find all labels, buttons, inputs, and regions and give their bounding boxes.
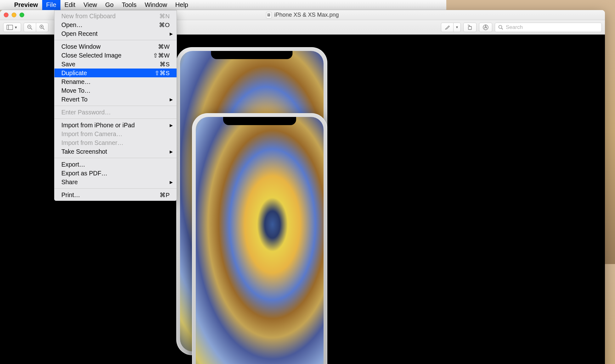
document-icon: 🖼 (266, 12, 272, 18)
traffic-lights (4, 13, 24, 17)
menu-item-label: Save (61, 61, 75, 68)
menubar-item-go[interactable]: Go (101, 0, 118, 10)
menu-item-share[interactable]: Share▶ (54, 178, 177, 186)
menu-item-label: New from Clipboard (61, 13, 116, 20)
markup-group: ▼ (441, 23, 446, 32)
zoom-group (24, 23, 48, 32)
menu-item-label: Enter Password… (61, 109, 111, 116)
menu-item-label: Print… (61, 191, 80, 199)
menu-item-move-to[interactable]: Move To… (54, 86, 177, 95)
sidebar-icon (7, 25, 13, 30)
submenu-arrow-icon: ▶ (170, 149, 173, 154)
menubar: Preview FileEditViewGoToolsWindowHelp (0, 0, 446, 10)
menubar-item-file[interactable]: File (42, 0, 60, 10)
menu-separator (54, 158, 177, 158)
menu-item-shortcut: ⇧⌘S (155, 69, 170, 77)
menu-separator (54, 119, 177, 119)
zoom-in-icon (39, 25, 45, 30)
menubar-item-view[interactable]: View (79, 0, 101, 10)
menu-item-new-from-clipboard: New from Clipboard⌘N (54, 12, 177, 20)
menu-item-label: Revert To (61, 96, 87, 103)
menu-item-label: Share (61, 179, 78, 186)
menubar-item-help[interactable]: Help (171, 0, 192, 10)
menu-separator (54, 40, 177, 40)
menu-item-shortcut: ⌘W (158, 43, 170, 50)
menu-item-enter-password: Enter Password… (54, 108, 177, 117)
menu-item-print[interactable]: Print…⌘P (54, 190, 177, 199)
menu-item-close-selected-image[interactable]: Close Selected Image⇧⌘W (54, 51, 177, 60)
menu-item-label: Import from Scanner… (61, 139, 123, 146)
menu-item-label: Export… (61, 161, 85, 168)
menu-item-close-window[interactable]: Close Window⌘W (54, 42, 177, 51)
menubar-item-tools[interactable]: Tools (118, 0, 141, 10)
menu-item-label: Export as PDF… (61, 170, 107, 177)
menu-item-import-from-camera: Import from Camera… (54, 130, 177, 138)
menu-item-save[interactable]: Save⌘S (54, 60, 177, 69)
highlight-icon (444, 25, 446, 30)
document-title[interactable]: 🖼 iPhone XS & XS Max.png (266, 12, 339, 18)
maximize-button[interactable] (20, 13, 24, 17)
menu-item-export-as-pdf[interactable]: Export as PDF… (54, 169, 177, 178)
minimize-button[interactable] (12, 13, 16, 17)
phone-render-small (192, 113, 327, 264)
menu-item-shortcut: ⌘N (159, 13, 170, 20)
menu-item-label: Open… (61, 21, 82, 29)
menubar-item-edit[interactable]: Edit (60, 0, 79, 10)
submenu-arrow-icon: ▶ (170, 31, 173, 36)
menu-separator (54, 106, 177, 106)
menubar-item-window[interactable]: Window (141, 0, 171, 10)
svg-line-6 (43, 28, 44, 30)
zoom-out-icon (27, 25, 33, 30)
menu-item-revert-to[interactable]: Revert To▶ (54, 95, 177, 104)
menu-item-rename[interactable]: Rename… (54, 77, 177, 86)
document-title-text: iPhone XS & XS Max.png (274, 12, 339, 18)
menubar-app-name[interactable]: Preview (10, 0, 42, 10)
menu-item-label: Close Window (61, 43, 101, 50)
menu-item-open[interactable]: Open…⌘O (54, 20, 177, 29)
menu-item-export[interactable]: Export… (54, 160, 177, 169)
close-button[interactable] (4, 13, 8, 17)
menu-item-shortcut: ⌘O (159, 21, 170, 29)
menu-item-label: Close Selected Image (61, 52, 121, 59)
menu-item-take-screenshot[interactable]: Take Screenshot▶ (54, 147, 177, 156)
zoom-in-button[interactable] (36, 23, 48, 32)
menu-item-shortcut: ⇧⌘W (153, 52, 170, 59)
menu-item-label: Rename… (61, 78, 91, 85)
menu-item-label: Duplicate (61, 69, 87, 77)
menu-item-import-from-iphone-or-ipad[interactable]: Import from iPhone or iPad▶ (54, 121, 177, 130)
menu-separator (54, 188, 177, 189)
submenu-arrow-icon: ▶ (170, 123, 173, 128)
menu-item-duplicate[interactable]: Duplicate⇧⌘S (54, 69, 177, 77)
menu-item-label: Take Screenshot (61, 148, 107, 155)
menu-item-open-recent[interactable]: Open Recent▶ (54, 29, 177, 38)
file-menu-dropdown: New from Clipboard⌘NOpen…⌘OOpen Recent▶C… (54, 10, 177, 201)
menu-item-label: Import from iPhone or iPad (61, 122, 135, 129)
sidebar-toggle-button[interactable]: ▼ (3, 23, 21, 32)
svg-line-3 (31, 28, 32, 30)
submenu-arrow-icon: ▶ (170, 97, 173, 102)
zoom-out-button[interactable] (24, 23, 36, 32)
menu-item-label: Move To… (61, 87, 91, 94)
menu-item-shortcut: ⌘S (160, 61, 170, 68)
svg-rect-0 (7, 25, 13, 30)
menu-item-shortcut: ⌘P (160, 191, 170, 199)
chevron-down-icon: ▼ (14, 25, 18, 29)
submenu-arrow-icon: ▶ (170, 180, 173, 185)
menu-item-import-from-scanner: Import from Scanner… (54, 138, 177, 147)
menu-item-label: Import from Camera… (61, 130, 122, 138)
highlight-button[interactable] (441, 23, 446, 32)
menu-item-label: Open Recent (61, 30, 98, 37)
